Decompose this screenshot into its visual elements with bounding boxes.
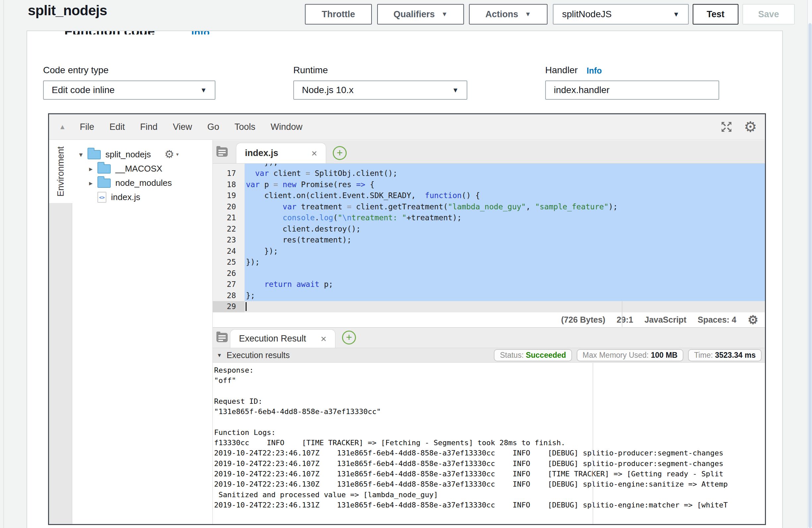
close-icon[interactable]: ×	[320, 333, 327, 344]
gear-icon: ⚙	[164, 149, 174, 160]
tab-list-icon[interactable]	[215, 330, 229, 343]
environment-tab[interactable]: Environment	[49, 140, 73, 203]
spaces-setting[interactable]: Spaces: 4	[698, 315, 737, 325]
menu-item-file[interactable]: File	[80, 122, 95, 132]
code-line-text: };	[245, 290, 765, 302]
code-line-text: var client = SplitObj.client();	[245, 168, 765, 179]
code-line[interactable]: 18var p = new Promise(res => {	[213, 179, 765, 190]
execution-results-header: ▼ Execution results Status: SucceededMax…	[213, 348, 765, 363]
menu-item-tools[interactable]: Tools	[234, 122, 255, 132]
chevron-right-icon[interactable]: ▸	[86, 165, 96, 173]
tab-index-js-label: index.js	[245, 148, 278, 158]
editor-main: index.js × + });17 var client = SplitObj…	[213, 140, 765, 524]
environment-label: Environment	[56, 146, 66, 197]
close-icon[interactable]: ×	[311, 148, 317, 159]
runtime-select[interactable]: Node.js 10.x ▼	[293, 80, 467, 100]
code-line-text: var treatment = client.getTreatment("lam…	[245, 201, 765, 212]
tab-execution-result[interactable]: Execution Result ×	[230, 329, 335, 348]
line-number: 27	[213, 279, 245, 290]
code-line[interactable]: 24 });	[213, 246, 765, 257]
code-line[interactable]: 20 var treatment = client.getTreatment("…	[213, 201, 765, 212]
lambda-function-page: split_nodejs Throttle Qualifiers ▼ Actio…	[0, 0, 812, 528]
line-number: 23	[213, 235, 245, 246]
code-line[interactable]: 27 return await p;	[213, 279, 765, 290]
language-mode[interactable]: JavaScript	[644, 315, 686, 325]
execution-log-output[interactable]: Response:"off"Request ID:"131e865f-6eb4-…	[213, 363, 765, 524]
code-line[interactable]: 26	[213, 268, 765, 279]
execution-tabbar: Execution Result × +	[213, 327, 765, 348]
plus-icon: +	[337, 147, 343, 159]
log-line	[214, 417, 765, 427]
tree-item--macosx[interactable]: ▸__MACOSX	[72, 162, 213, 176]
menu-item-edit[interactable]: Edit	[110, 122, 125, 132]
handler-label: Handler	[545, 65, 578, 75]
new-tab-button[interactable]: +	[333, 146, 347, 160]
scrollbar-thumb[interactable]	[808, 23, 812, 528]
new-tab-button[interactable]: +	[342, 331, 356, 344]
text-cursor	[246, 302, 247, 311]
test-event-select[interactable]: splitNodeJS ▼	[553, 4, 689, 25]
tree-item-node-modules[interactable]: ▸node_modules	[72, 176, 213, 190]
log-line: f13330cc INFO [TIME TRACKER] => [Fetchin…	[214, 438, 765, 448]
log-line: 2019-10-24T22:23:46.107Z 131e865f-6eb4-4…	[214, 458, 765, 469]
cursor-position: 29:1	[617, 315, 633, 325]
tree-item-split-nodejs[interactable]: ▾split_nodejs⚙▾	[72, 147, 213, 162]
editor-settings-gear-icon[interactable]: ⚙	[744, 120, 757, 134]
throttle-button[interactable]: Throttle	[305, 4, 372, 25]
chevron-down-icon: ▼	[441, 11, 448, 18]
menu-item-find[interactable]: Find	[140, 122, 158, 132]
tab-execution-result-label: Execution Result	[239, 334, 306, 344]
tree-item-index-js[interactable]: index.js	[72, 190, 213, 204]
actions-label: Actions	[485, 9, 518, 19]
code-entry-type-select[interactable]: Edit code inline ▼	[43, 80, 215, 100]
print-margin-line	[593, 362, 593, 524]
code-line[interactable]: 21 console.log("\ntreatment: "+treatment…	[213, 212, 765, 224]
chevron-down-icon: ▼	[200, 86, 207, 94]
code-line[interactable]: 17 var client = SplitObj.client();	[213, 168, 765, 179]
collapse-menu-icon[interactable]: ▲	[59, 123, 66, 131]
code-line[interactable]: 28};	[213, 290, 765, 302]
code-line[interactable]: 29	[213, 301, 765, 312]
test-button[interactable]: Test	[693, 4, 738, 25]
log-line: Request ID:	[214, 396, 765, 407]
chevron-down-icon[interactable]: ▾	[76, 151, 86, 159]
chevron-down-icon: ▾	[176, 151, 179, 157]
handler-input[interactable]: index.handler	[545, 80, 719, 100]
code-line-text: var p = new Promise(res => {	[245, 179, 765, 190]
status-badge: Max Memory Used: 100 MB	[577, 349, 683, 362]
code-entry-type-value: Edit code inline	[52, 85, 115, 96]
code-line[interactable]: 22 client.destroy();	[213, 224, 765, 235]
page-left-edge	[3, 0, 4, 528]
code-line-text: client.destroy();	[245, 224, 765, 235]
handler-info-link[interactable]: Info	[586, 66, 602, 75]
code-line[interactable]: 25});	[213, 257, 765, 268]
page-scrollbar[interactable]	[807, 0, 812, 528]
menu-item-go[interactable]: Go	[207, 122, 219, 132]
code-line[interactable]: 19 client.on(client.Event.SDK_READY, fun…	[213, 190, 765, 201]
line-number: 20	[213, 201, 245, 212]
actions-button[interactable]: Actions ▼	[469, 4, 548, 25]
folder-icon	[98, 164, 111, 174]
tab-index-js[interactable]: index.js ×	[236, 143, 326, 163]
line-number: 26	[213, 268, 245, 279]
chevron-right-icon[interactable]: ▸	[86, 179, 96, 187]
code-tabbar: index.js × +	[213, 140, 765, 164]
statusbar-gear-icon[interactable]: ⚙	[748, 314, 758, 326]
menu-item-view[interactable]: View	[173, 122, 192, 132]
code-line-text: });	[245, 246, 765, 257]
qualifiers-label: Qualifiers	[393, 9, 435, 19]
test-event-value: splitNodeJS	[562, 9, 611, 19]
code-line[interactable]: });	[213, 164, 765, 168]
menu-item-window[interactable]: Window	[271, 122, 302, 132]
code-line-text: client.on(client.Event.SDK_READY, functi…	[245, 190, 765, 201]
qualifiers-button[interactable]: Qualifiers ▼	[377, 4, 464, 25]
code-line-text: res(treatment);	[245, 235, 765, 246]
disclosure-triangle-icon[interactable]: ▼	[217, 352, 222, 358]
code-line[interactable]: 23 res(treatment);	[213, 235, 765, 246]
tab-list-icon[interactable]	[215, 145, 229, 158]
fullscreen-icon[interactable]	[720, 120, 733, 133]
code-line-text	[245, 301, 765, 312]
tree-settings-gear-icon[interactable]: ⚙▾	[164, 149, 179, 160]
line-number: 18	[213, 179, 245, 190]
code-editor: ▲ FileEditFindViewGoToolsWindow ⚙	[48, 113, 766, 525]
